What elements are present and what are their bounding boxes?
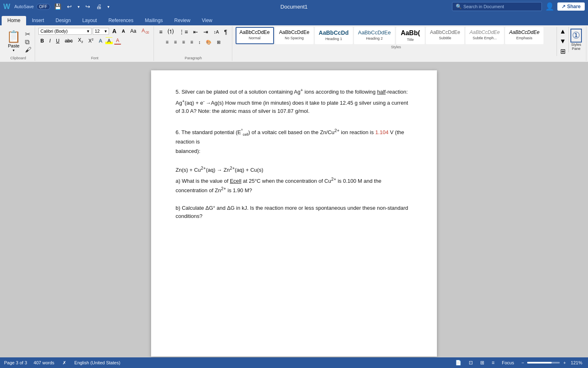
style-subtle-emph...[interactable]: AaBbCcDdEeSubtle Emph...	[466, 27, 504, 44]
font-grow-button[interactable]: A	[110, 27, 118, 35]
clear-format-button[interactable]: A⌫	[140, 27, 151, 35]
ribbon-tab-references[interactable]: References	[102, 16, 139, 25]
align-right-button[interactable]: ≡	[180, 38, 187, 46]
style-normal[interactable]: AaBbCcDdEeNormal	[236, 27, 274, 44]
bold-button[interactable]: B	[38, 37, 46, 45]
cut-icon[interactable]: ✂	[24, 31, 32, 38]
style-preview-label: Normal	[240, 36, 270, 40]
title-bar: W AutoSave OFF 💾 ↩ ▾ ↪ 🖨 ▾ Document1 🔍 S…	[0, 0, 588, 13]
styles-expand-button[interactable]: ⊞	[559, 47, 566, 56]
ribbon-tab-home[interactable]: Home	[2, 16, 26, 25]
user-account-icon[interactable]: 👤	[545, 2, 554, 11]
customize-icon[interactable]: ▾	[106, 4, 111, 10]
zoom-track[interactable]	[527, 362, 560, 364]
word-count: 407 words	[33, 360, 54, 365]
style-heading-1[interactable]: AaBbCcDdHeading 1	[315, 27, 353, 44]
document-page[interactable]: 5. Silver can be plated out of a solutio…	[151, 70, 437, 357]
redo-icon[interactable]: ↪	[84, 2, 92, 11]
font-content: Calibri (Body) ▾ 12 ▾ A A Aa A⌫ B I U ab…	[38, 27, 151, 55]
zoom-in-button[interactable]: +	[561, 359, 567, 366]
ribbon-tab-review[interactable]: Review	[169, 16, 196, 25]
align-center-button[interactable]: ≡	[172, 38, 179, 46]
numbering-button[interactable]: ⑴	[166, 27, 176, 37]
subscript-button[interactable]: X2	[76, 36, 85, 45]
ribbon-tab-mailings[interactable]: Mailings	[139, 16, 169, 25]
font-size-chevron: ▾	[105, 29, 107, 34]
show-marks-button[interactable]: ¶	[222, 27, 229, 36]
style-heading-2[interactable]: AaBbCcDdEeHeading 2	[354, 27, 395, 44]
superscript-button[interactable]: X2	[87, 37, 96, 45]
justify-button[interactable]: ≡	[188, 38, 195, 46]
font-row-2: B I U abc X2 X2 A A A	[38, 36, 121, 45]
style-preview-label: Subtle Emph...	[470, 36, 500, 40]
print-icon[interactable]: 🖨	[94, 2, 103, 11]
copy-icon[interactable]: ⧉	[24, 38, 32, 46]
document-area[interactable]: 5. Silver can be plated out of a solutio…	[0, 62, 588, 357]
undo-dropdown-icon[interactable]: ▾	[76, 4, 81, 10]
styles-scroll-down-button[interactable]: ▼	[559, 37, 567, 46]
autosave-toggle[interactable]: OFF	[36, 4, 50, 10]
style-title[interactable]: AaBb(Title	[396, 27, 425, 44]
share-button[interactable]: ↗ Share	[557, 2, 585, 11]
font-size-value: 12	[95, 29, 100, 34]
outline-view-icon[interactable]: ≡	[490, 359, 496, 366]
q6-equation: Zn(s) + Cu2+(aq) → Zn2+(aq) + Cu(s)	[176, 165, 412, 174]
styles-group-label: Styles	[236, 45, 557, 49]
text-highlight-button[interactable]: A	[105, 37, 113, 45]
style-no-spacing[interactable]: AaBbCcDdEeNo Spacing	[275, 27, 314, 44]
zoom-out-button[interactable]: −	[520, 359, 526, 366]
q6-text2: balanced):	[176, 147, 412, 155]
increase-indent-button[interactable]: ⇥	[201, 27, 210, 36]
align-left-button[interactable]: ≡	[164, 38, 171, 46]
ribbon-tab-insert[interactable]: Insert	[26, 16, 50, 25]
style-preview-text: AaBbCcDdEe	[509, 29, 539, 35]
font-family-dropdown[interactable]: Calibri (Body) ▾	[38, 28, 91, 35]
ribbon-tab-design[interactable]: Design	[50, 16, 76, 25]
italic-button[interactable]: I	[47, 37, 53, 45]
main-area: 5. Silver can be plated out of a solutio…	[0, 62, 588, 357]
search-input-label: Search in Document	[463, 4, 504, 9]
save-icon[interactable]: 💾	[53, 2, 63, 11]
web-layout-icon[interactable]: ⊞	[479, 359, 486, 366]
print-layout-icon[interactable]: ⊡	[467, 359, 474, 366]
zoom-level[interactable]: 121%	[569, 359, 584, 366]
style-emphasis[interactable]: AaBbCcDdEeEmphasis	[505, 27, 543, 44]
status-bar-left: Page 3 of 3 407 words ✗ English (United …	[4, 359, 120, 366]
sort-button[interactable]: ↕A	[212, 28, 221, 36]
text-effects-button[interactable]: A	[97, 37, 104, 45]
style-preview-text: AaBbCcDdEe	[430, 29, 460, 35]
style-subtitle[interactable]: AaBbCcDdEeSubtitle	[426, 27, 464, 44]
share-label: Share	[567, 4, 581, 9]
font-family-value: Calibri (Body)	[40, 29, 68, 34]
multilevel-button[interactable]: ⋮≡	[177, 27, 190, 36]
font-group-label: Font	[38, 56, 151, 60]
font-group: Calibri (Body) ▾ 12 ▾ A A Aa A⌫ B I U ab…	[36, 26, 154, 61]
proofing-icon[interactable]: ✗	[61, 359, 68, 366]
undo-icon[interactable]: ↩	[65, 2, 74, 11]
line-spacing-button[interactable]: ↕	[196, 38, 203, 46]
underline-button[interactable]: U	[54, 37, 62, 45]
change-case-button[interactable]: Aa	[128, 27, 138, 35]
font-color-button[interactable]: A	[114, 37, 121, 45]
strikethrough-button[interactable]: abc	[63, 37, 75, 45]
font-size-dropdown[interactable]: 12 ▾	[93, 28, 109, 35]
read-mode-icon[interactable]: 📄	[454, 359, 463, 366]
borders-button[interactable]: ⊞	[215, 38, 223, 46]
focus-label[interactable]: Focus	[500, 359, 516, 366]
font-shrink-button[interactable]: A	[120, 28, 127, 34]
ribbon-tabs: HomeInsertDesignLayoutReferencesMailings…	[0, 13, 588, 25]
decrease-indent-button[interactable]: ⇤	[191, 27, 200, 36]
status-bar-right: 📄 ⊡ ⊞ ≡ Focus − + 121%	[454, 359, 584, 366]
paste-button[interactable]: 📋 Paste ▾	[4, 29, 23, 53]
paste-dropdown-icon[interactable]: ▾	[13, 48, 15, 52]
ribbon-tab-layout[interactable]: Layout	[76, 16, 102, 25]
styles-scroll-up-button[interactable]: ▲	[559, 27, 567, 36]
search-box[interactable]: 🔍 Search in Document	[452, 2, 542, 11]
bullets-button[interactable]: ≡	[157, 27, 165, 36]
styles-pane-button[interactable]: ① StylesPane	[568, 27, 584, 52]
style-preview-label: Emphasis	[509, 36, 539, 40]
language: English (United States)	[74, 360, 120, 365]
ribbon-tab-view[interactable]: View	[196, 16, 218, 25]
shading-button[interactable]: 🎨	[204, 38, 214, 46]
format-painter-icon[interactable]: 🖌	[24, 46, 32, 54]
